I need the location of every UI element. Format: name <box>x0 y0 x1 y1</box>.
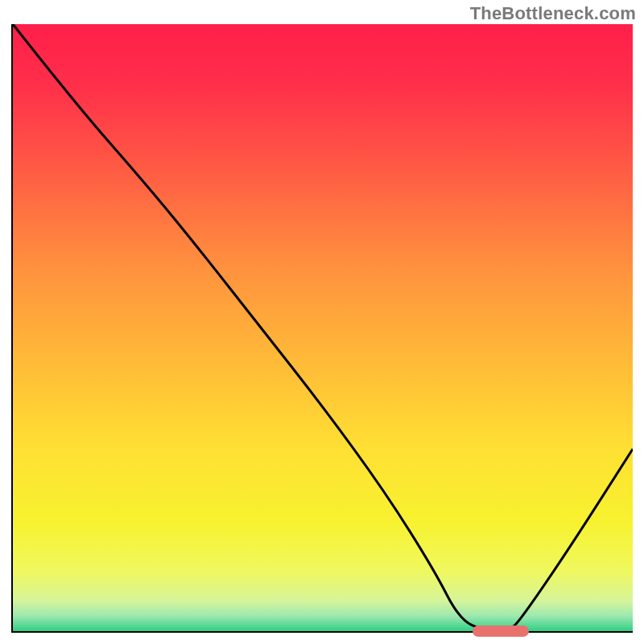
optimal-range-marker <box>473 625 528 637</box>
chart-frame: TheBottleneck.com <box>0 0 644 644</box>
watermark-label: TheBottleneck.com <box>470 3 636 24</box>
gradient-background <box>13 24 633 631</box>
chart-svg <box>13 24 633 631</box>
plot-area <box>11 24 633 633</box>
